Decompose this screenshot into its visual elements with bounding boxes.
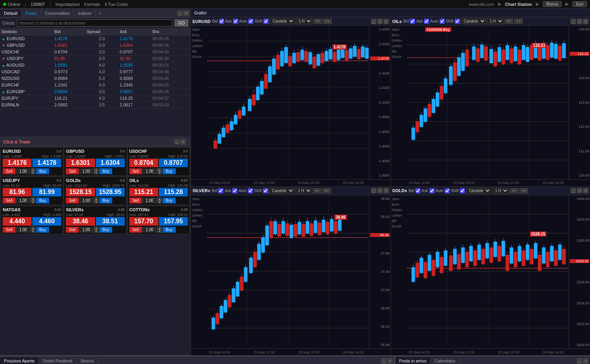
gd-ask-checkbox[interactable] [429, 188, 435, 193]
tab-history[interactable]: Storico [77, 357, 98, 364]
tab-default[interactable]: Default [0, 10, 22, 17]
ct-sell-btn[interactable]: Sell [3, 198, 16, 203]
gd-restore[interactable]: □ [577, 188, 582, 193]
tab-open-positions[interactable]: Posizioni Aperte [0, 357, 39, 364]
blocca-button[interactable]: Blocca [543, 1, 562, 7]
sv-ema-btn[interactable]: EMA [191, 202, 207, 207]
ct-spin-up[interactable]: ▲ [94, 168, 99, 171]
ct-qty-input[interactable] [16, 198, 30, 203]
tab-indices[interactable]: Indices [74, 10, 96, 17]
sv-smma-btn[interactable]: SMMA [191, 208, 207, 212]
sv-next-btn[interactable]: >> [322, 188, 331, 193]
chart-eurusd-close-btn[interactable]: × [383, 19, 389, 24]
ct-qty-input[interactable] [16, 227, 30, 232]
oils-shift-checkbox[interactable] [455, 19, 460, 24]
oils-type-select[interactable]: Candele [461, 18, 486, 24]
gd-sma-btn[interactable]: SMA [391, 197, 407, 201]
right-close[interactable]: × [583, 358, 588, 364]
ct-buy-btn[interactable]: Buy [99, 227, 112, 233]
sv-restore[interactable]: □ [377, 188, 383, 193]
ct-minimize-button[interactable]: _ [174, 139, 180, 145]
watchlist-row[interactable]: EURCHF 1.2341 4.0 1.2345 09:04:55 [0, 82, 191, 88]
oils-psar-btn[interactable]: PSAR [391, 55, 407, 59]
ct-buy-btn[interactable]: Buy [36, 168, 49, 174]
smma-btn[interactable]: SMMA [191, 38, 207, 43]
chart-prev-btn[interactable]: << [313, 19, 322, 24]
sv-bb-btn[interactable]: BB [191, 219, 207, 223]
sv-auto-checkbox[interactable] [248, 188, 253, 193]
gd-lwma-btn[interactable]: LWMA [391, 213, 407, 218]
oils-ask-checkbox[interactable] [424, 19, 429, 24]
gd-prev-btn[interactable]: << [510, 188, 518, 193]
ct-qty-input[interactable] [79, 198, 93, 203]
chart-eurusd-minimize[interactable]: _ [371, 19, 376, 24]
ct-spin-down[interactable]: ▼ [94, 230, 99, 233]
chart-tf-select[interactable]: 1 H [296, 18, 312, 24]
oils-smma-btn[interactable]: SMMA [391, 38, 407, 43]
right-minimize[interactable]: _ [577, 358, 582, 364]
ct-sell-btn[interactable]: Sell [66, 198, 79, 203]
pos-minimize[interactable]: _ [381, 358, 387, 364]
ct-sell-btn[interactable]: Sell [129, 168, 142, 174]
tab-forex[interactable]: Forex [22, 10, 41, 17]
ct-sell-btn[interactable]: Sell [129, 198, 142, 203]
gd-shift-checkbox[interactable] [460, 188, 465, 193]
gd-ema-btn[interactable]: EMA [391, 202, 407, 207]
search-input[interactable] [17, 19, 172, 27]
oils-tf-select[interactable]: 1 H [487, 18, 503, 24]
ct-spin-up[interactable]: ▲ [157, 168, 162, 171]
watchlist-row[interactable]: EURJPY 116.21 4.0 116.25 09:04:57 [0, 95, 191, 102]
ct-spin-up[interactable]: ▲ [31, 168, 35, 171]
sv-bid-checkbox[interactable] [218, 188, 223, 193]
ct-spin-up[interactable]: ▲ [31, 197, 35, 200]
watchlist-row[interactable]: ▼ USDJPY 81.95 3.0 81.99 09:05:00 [0, 55, 191, 62]
watchlist-row[interactable]: USDCAD 0.9773 4.0 0.9777 09:04:48 [0, 69, 191, 75]
tab-pending-orders[interactable]: Ordini Pendenti [39, 357, 77, 364]
ct-spin-up[interactable]: ▲ [94, 226, 99, 230]
ct-qty-input[interactable] [79, 227, 93, 232]
watchlist-row[interactable]: ▼ GBPUSD 1.6301 3.0 1.6304 09:05:06 [0, 42, 191, 49]
ct-buy-btn[interactable]: Buy [36, 198, 49, 203]
bid-checkbox[interactable] [219, 19, 224, 24]
sv-tf-select[interactable]: 1 H [295, 188, 312, 194]
ct-close-button[interactable]: × [180, 139, 186, 145]
chart-golds-canvas[interactable]: 1528.15 [407, 195, 569, 349]
oils-bid-checkbox[interactable] [410, 19, 415, 24]
watchlist-row[interactable]: ▲ EURGBP 0.8694 3.0 0.8697 09:05:06 [0, 88, 191, 95]
ct-sell-btn[interactable]: Sell [66, 168, 79, 174]
ct-sell-btn[interactable]: Sell [129, 227, 142, 233]
watchlist-row[interactable]: NZDUSD 0.8084 5.0 0.8089 09:04:45 [0, 75, 191, 82]
chart-type-select[interactable]: Candele [270, 18, 295, 24]
account-link[interactable]: Il Tuo Conto [105, 2, 128, 7]
ct-buy-btn[interactable]: Buy [36, 227, 49, 233]
watchlist-row[interactable]: ▲ AUDUSD 1.0591 4.0 1.0595 09:05:01 [0, 62, 191, 69]
gd-bb-btn[interactable]: BB [391, 219, 407, 223]
tab-calendario[interactable]: Calendario [431, 357, 459, 364]
sv-psar-btn[interactable]: PSAR [191, 224, 207, 229]
ct-spin-down[interactable]: ▼ [94, 200, 99, 203]
auto-checkbox[interactable] [248, 19, 253, 24]
watchlist-row[interactable]: ▲ EURUSD 1.4176 2.0 1.4178 09:05:05 [0, 35, 191, 42]
chart-oils-restore[interactable]: □ [577, 19, 582, 24]
format-link[interactable]: Formato [84, 2, 100, 7]
oils-sma-btn[interactable]: SMA [391, 27, 407, 32]
sma-btn[interactable]: SMA [191, 27, 207, 32]
chart-oils-canvas[interactable]: #2255256 Buy [407, 26, 569, 179]
watchlist-row[interactable]: USDCHF 0.8704 3.0 0.8707 09:04:50 [0, 49, 191, 55]
minimize-button[interactable]: _ [177, 11, 183, 16]
ct-spin-down[interactable]: ▼ [31, 230, 35, 233]
ct-qty-input[interactable] [143, 169, 156, 174]
ct-buy-btn[interactable]: Buy [99, 168, 112, 174]
sv-lwma-btn[interactable]: LWMA [191, 213, 207, 218]
gd-auto-checkbox[interactable] [445, 188, 450, 193]
ct-spin-down[interactable]: ▼ [31, 171, 35, 174]
lwma-btn[interactable]: LWMA [191, 44, 207, 48]
chart-oils-minimize[interactable]: _ [571, 19, 576, 24]
pos-close[interactable]: × [387, 358, 393, 364]
ct-spin-up[interactable]: ▲ [31, 226, 35, 230]
ct-spin-down[interactable]: ▼ [157, 200, 162, 203]
ct-qty-input[interactable] [16, 169, 30, 174]
ct-spin-up[interactable]: ▲ [94, 197, 99, 200]
tab-commodities[interactable]: Commodities [41, 10, 74, 17]
gd-close-btn[interactable]: × [583, 188, 588, 193]
